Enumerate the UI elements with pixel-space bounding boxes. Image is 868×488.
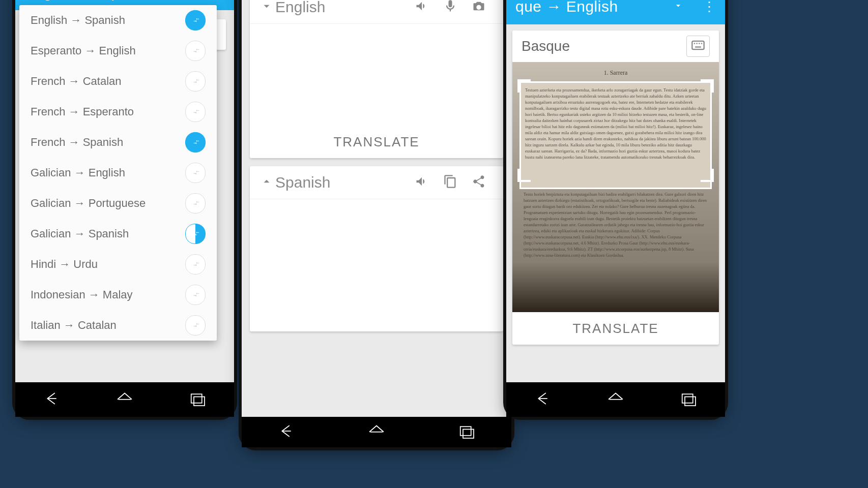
- language-pair-option[interactable]: Esperanto → English: [19, 36, 217, 66]
- svg-rect-8: [699, 43, 700, 44]
- dropdown-caret-icon[interactable]: [673, 1, 683, 13]
- pin-icon[interactable]: [185, 315, 206, 336]
- svg-rect-5: [692, 41, 704, 49]
- home-icon[interactable]: [605, 388, 626, 411]
- appbar: que → English ⋮: [506, 0, 725, 24]
- language-pair-label: French → Spanish: [31, 136, 185, 149]
- mic-icon[interactable]: [436, 0, 465, 15]
- pin-icon[interactable]: [185, 163, 206, 183]
- language-pair-option[interactable]: Galician → Portuguese: [19, 188, 217, 219]
- language-pair-title[interactable]: que → English: [515, 0, 618, 15]
- chevron-down-icon[interactable]: [260, 0, 275, 15]
- ocr-heading: 1. Sarrera: [512, 69, 719, 77]
- language-pair-label: Italian → Catalan: [31, 319, 185, 332]
- source-text-input[interactable]: [250, 24, 503, 126]
- svg-rect-6: [694, 43, 695, 44]
- language-pair-dropdown: English → SpanishEsperanto → EnglishFren…: [19, 5, 217, 341]
- language-pair-label: French → Catalan: [31, 75, 185, 88]
- android-navbar: [15, 382, 234, 417]
- pin-icon[interactable]: [185, 285, 206, 305]
- language-pair-title[interactable]: English → Spanish: [24, 0, 158, 1]
- ocr-page-remainder: Testu horiek berpiztuta eta konputagailu…: [519, 187, 712, 307]
- pin-icon[interactable]: [185, 102, 206, 122]
- translate-button[interactable]: TRANSLATE: [512, 312, 719, 345]
- language-pair-option[interactable]: Italian → Catalan: [19, 310, 217, 341]
- svg-rect-7: [697, 43, 698, 44]
- language-pair-label: Indonesian → Malay: [31, 288, 185, 301]
- language-pair-option[interactable]: French → Spanish: [19, 127, 217, 158]
- home-icon[interactable]: [366, 420, 387, 444]
- recents-icon[interactable]: [187, 388, 208, 411]
- language-pair-option[interactable]: English → Spanish: [19, 5, 217, 36]
- translate-button[interactable]: TRANSLATE: [250, 126, 503, 158]
- back-icon[interactable]: [41, 388, 63, 411]
- source-card: English TRANSLATE: [250, 0, 503, 158]
- svg-rect-1: [194, 397, 205, 406]
- svg-rect-3: [463, 430, 474, 439]
- camera-icon[interactable]: [465, 0, 493, 15]
- target-language-label[interactable]: Spanish: [275, 174, 408, 191]
- source-language-label[interactable]: Basque: [522, 38, 686, 54]
- pin-icon[interactable]: [185, 193, 206, 214]
- chevron-up-icon[interactable]: [260, 175, 275, 190]
- language-pair-option[interactable]: Hindi → Urdu: [19, 249, 217, 280]
- ocr-card: Basque 1. Sarrera Testuen azterketa eta …: [512, 30, 719, 345]
- pin-icon[interactable]: [185, 224, 206, 244]
- svg-rect-2: [460, 426, 471, 436]
- svg-rect-10: [695, 46, 701, 47]
- pin-icon[interactable]: [185, 254, 206, 274]
- target-card: Spanish: [250, 166, 503, 331]
- svg-rect-11: [682, 394, 693, 403]
- language-pair-label: Galician → Spanish: [31, 227, 185, 240]
- language-pair-option[interactable]: Galician → Spanish: [19, 219, 217, 249]
- ocr-camera-view[interactable]: 1. Sarrera Testuen azterketa eta prozesa…: [512, 62, 719, 312]
- language-pair-option[interactable]: Indonesian → Malay: [19, 280, 217, 310]
- pin-icon[interactable]: [185, 71, 206, 92]
- speaker-icon[interactable]: [408, 174, 436, 191]
- share-icon[interactable]: [465, 174, 493, 191]
- language-pair-label: Esperanto → English: [31, 44, 185, 57]
- keyboard-icon[interactable]: [686, 36, 710, 57]
- android-navbar: [506, 382, 725, 417]
- svg-rect-9: [701, 43, 702, 44]
- language-pair-label: Hindi → Urdu: [31, 258, 185, 271]
- recents-icon[interactable]: [678, 388, 699, 411]
- back-icon[interactable]: [276, 420, 297, 444]
- back-icon[interactable]: [532, 388, 554, 411]
- source-language-label[interactable]: English: [275, 0, 408, 16]
- target-text-output: [250, 199, 503, 331]
- speaker-icon[interactable]: [408, 0, 436, 15]
- language-pair-label: Galician → Portuguese: [31, 197, 185, 210]
- home-icon[interactable]: [114, 388, 135, 411]
- overflow-menu-icon[interactable]: ⋮: [703, 0, 716, 15]
- language-pair-label: English → Spanish: [31, 14, 185, 27]
- language-pair-label: Galician → English: [31, 166, 185, 179]
- language-pair-label: French → Esperanto: [31, 105, 185, 118]
- language-pair-option[interactable]: French → Catalan: [19, 66, 217, 97]
- pin-icon[interactable]: [185, 132, 206, 152]
- recents-icon[interactable]: [456, 420, 477, 444]
- language-pair-option[interactable]: Galician → English: [19, 158, 217, 188]
- svg-rect-12: [685, 397, 696, 406]
- android-navbar: [242, 417, 511, 447]
- pin-icon[interactable]: [185, 10, 206, 30]
- pin-icon[interactable]: [185, 41, 206, 61]
- language-pair-option[interactable]: French → Esperanto: [19, 97, 217, 127]
- svg-rect-0: [191, 394, 202, 403]
- copy-icon[interactable]: [436, 174, 465, 191]
- ocr-selected-region[interactable]: Testuen azterketa eta prozesamendua, ike…: [519, 81, 712, 189]
